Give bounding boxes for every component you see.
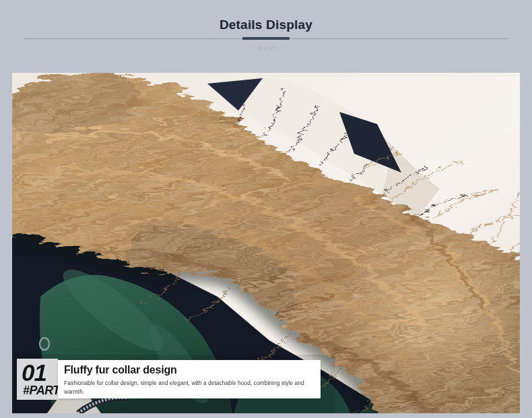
product-photo: 01 #PART Fluffy fur collar design Fashio… xyxy=(12,73,520,413)
part-label: #PART xyxy=(17,384,58,396)
section-header: Details Display TREND xyxy=(0,0,532,51)
caption-description: Fashionable fur collar design, simple an… xyxy=(64,379,314,396)
tagline: TREND xyxy=(0,46,532,51)
section-title: Details Display xyxy=(0,18,532,33)
part-badge: 01 #PART xyxy=(17,359,58,400)
divider-accent-bar xyxy=(242,37,290,40)
part-number: 01 xyxy=(17,362,58,384)
caption-title: Fluffy fur collar design xyxy=(64,364,314,376)
photo-caption: 01 #PART Fluffy fur collar design Fashio… xyxy=(17,359,321,400)
caption-box: Fluffy fur collar design Fashionable fur… xyxy=(58,360,321,398)
divider xyxy=(24,37,508,41)
